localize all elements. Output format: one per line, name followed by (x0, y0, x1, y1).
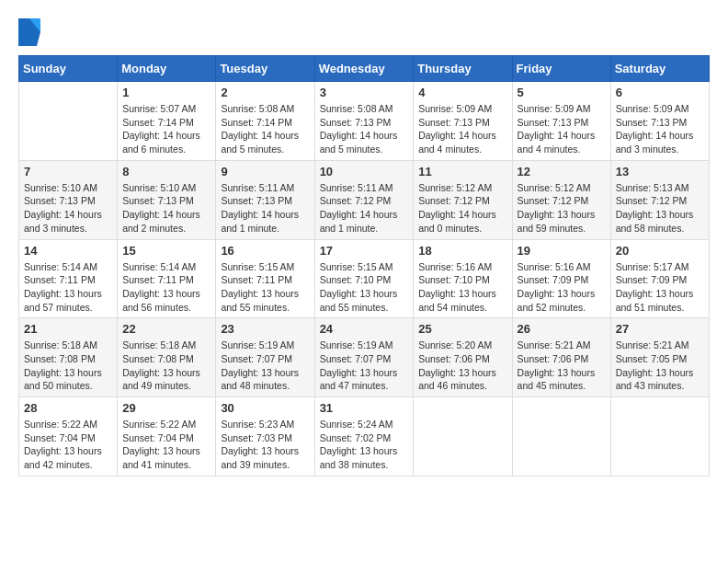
day-info: Sunrise: 5:12 AMSunset: 7:12 PMDaylight:… (418, 181, 506, 236)
day-number: 13 (616, 165, 704, 178)
day-number: 17 (320, 244, 409, 258)
day-info: Sunrise: 5:09 AMSunset: 7:13 PMDaylight:… (518, 102, 606, 156)
calendar-cell: 7Sunrise: 5:10 AMSunset: 7:13 PMDaylight… (19, 160, 118, 239)
weekday-header-tuesday: Tuesday (216, 56, 314, 82)
day-info: Sunrise: 5:13 AMSunset: 7:12 PMDaylight:… (616, 181, 704, 236)
day-number: 2 (221, 86, 309, 99)
weekday-header-wednesday: Wednesday (314, 56, 414, 82)
day-number: 11 (418, 165, 506, 178)
calendar-cell: 21Sunrise: 5:18 AMSunset: 7:08 PMDayligh… (19, 318, 118, 397)
calendar-cell: 19Sunrise: 5:16 AMSunset: 7:09 PMDayligh… (512, 239, 610, 318)
calendar-cell: 18Sunrise: 5:16 AMSunset: 7:10 PMDayligh… (414, 239, 512, 318)
day-info: Sunrise: 5:07 AMSunset: 7:14 PMDaylight:… (122, 102, 210, 156)
calendar-cell: 5Sunrise: 5:09 AMSunset: 7:13 PMDaylight… (512, 82, 610, 161)
logo (18, 18, 44, 46)
day-info: Sunrise: 5:20 AMSunset: 7:06 PMDaylight:… (418, 339, 506, 393)
calendar-cell: 28Sunrise: 5:22 AMSunset: 7:04 PMDayligh… (19, 397, 118, 477)
day-info: Sunrise: 5:14 AMSunset: 7:11 PMDaylight:… (24, 260, 112, 315)
day-info: Sunrise: 5:11 AMSunset: 7:13 PMDaylight:… (221, 181, 309, 236)
logo-icon (18, 18, 40, 46)
day-number: 8 (122, 165, 210, 178)
day-info: Sunrise: 5:22 AMSunset: 7:04 PMDaylight:… (122, 418, 210, 472)
day-info: Sunrise: 5:09 AMSunset: 7:13 PMDaylight:… (616, 102, 704, 156)
day-number: 23 (221, 322, 309, 336)
day-info: Sunrise: 5:09 AMSunset: 7:13 PMDaylight:… (418, 102, 506, 156)
calendar-cell: 23Sunrise: 5:19 AMSunset: 7:07 PMDayligh… (216, 318, 314, 397)
day-number: 15 (122, 244, 210, 258)
calendar-cell: 16Sunrise: 5:15 AMSunset: 7:11 PMDayligh… (216, 239, 314, 318)
day-info: Sunrise: 5:16 AMSunset: 7:10 PMDaylight:… (418, 260, 506, 315)
calendar-cell: 6Sunrise: 5:09 AMSunset: 7:13 PMDaylight… (610, 82, 709, 161)
day-info: Sunrise: 5:21 AMSunset: 7:05 PMDaylight:… (616, 339, 704, 393)
calendar-cell: 12Sunrise: 5:12 AMSunset: 7:12 PMDayligh… (512, 160, 610, 239)
day-number: 30 (221, 401, 309, 415)
day-number: 19 (518, 244, 606, 258)
day-number: 24 (320, 322, 409, 336)
day-number: 26 (518, 322, 606, 336)
day-info: Sunrise: 5:24 AMSunset: 7:02 PMDaylight:… (320, 418, 409, 472)
calendar-cell: 15Sunrise: 5:14 AMSunset: 7:11 PMDayligh… (118, 239, 216, 318)
day-info: Sunrise: 5:15 AMSunset: 7:11 PMDaylight:… (221, 260, 309, 315)
day-number: 4 (418, 86, 506, 99)
calendar-cell: 26Sunrise: 5:21 AMSunset: 7:06 PMDayligh… (512, 318, 610, 397)
day-number: 28 (24, 401, 112, 415)
day-info: Sunrise: 5:12 AMSunset: 7:12 PMDaylight:… (518, 181, 606, 236)
calendar-cell: 14Sunrise: 5:14 AMSunset: 7:11 PMDayligh… (19, 239, 118, 318)
day-number: 25 (418, 322, 506, 336)
weekday-header-friday: Friday (512, 56, 610, 82)
calendar-cell: 22Sunrise: 5:18 AMSunset: 7:08 PMDayligh… (118, 318, 216, 397)
day-info: Sunrise: 5:17 AMSunset: 7:09 PMDaylight:… (616, 260, 704, 315)
calendar-cell (19, 82, 118, 161)
day-number: 3 (320, 86, 409, 99)
day-number: 14 (24, 244, 112, 258)
day-info: Sunrise: 5:08 AMSunset: 7:13 PMDaylight:… (320, 102, 409, 156)
weekday-header-saturday: Saturday (610, 56, 709, 82)
calendar-cell (414, 397, 512, 477)
day-info: Sunrise: 5:22 AMSunset: 7:04 PMDaylight:… (24, 418, 112, 472)
calendar-cell: 31Sunrise: 5:24 AMSunset: 7:02 PMDayligh… (314, 397, 414, 477)
day-info: Sunrise: 5:10 AMSunset: 7:13 PMDaylight:… (122, 181, 210, 236)
day-number: 1 (122, 86, 210, 99)
weekday-header-sunday: Sunday (19, 56, 118, 82)
calendar-cell: 2Sunrise: 5:08 AMSunset: 7:14 PMDaylight… (216, 82, 314, 161)
day-info: Sunrise: 5:18 AMSunset: 7:08 PMDaylight:… (24, 339, 112, 393)
day-number: 7 (24, 165, 112, 178)
weekday-header-monday: Monday (118, 56, 216, 82)
calendar-cell: 17Sunrise: 5:15 AMSunset: 7:10 PMDayligh… (314, 239, 414, 318)
calendar-cell (610, 397, 709, 477)
calendar-cell (512, 397, 610, 477)
calendar-cell: 20Sunrise: 5:17 AMSunset: 7:09 PMDayligh… (610, 239, 709, 318)
day-info: Sunrise: 5:08 AMSunset: 7:14 PMDaylight:… (221, 102, 309, 156)
calendar-cell: 9Sunrise: 5:11 AMSunset: 7:13 PMDaylight… (216, 160, 314, 239)
day-number: 9 (221, 165, 309, 178)
calendar-cell: 27Sunrise: 5:21 AMSunset: 7:05 PMDayligh… (610, 318, 709, 397)
calendar-cell: 29Sunrise: 5:22 AMSunset: 7:04 PMDayligh… (118, 397, 216, 477)
calendar-cell: 8Sunrise: 5:10 AMSunset: 7:13 PMDaylight… (118, 160, 216, 239)
calendar-cell: 10Sunrise: 5:11 AMSunset: 7:12 PMDayligh… (314, 160, 414, 239)
calendar-cell: 30Sunrise: 5:23 AMSunset: 7:03 PMDayligh… (216, 397, 314, 477)
day-number: 6 (616, 86, 704, 99)
day-number: 31 (320, 401, 409, 415)
calendar-cell: 25Sunrise: 5:20 AMSunset: 7:06 PMDayligh… (414, 318, 512, 397)
calendar-table: SundayMondayTuesdayWednesdayThursdayFrid… (18, 55, 710, 477)
calendar-cell: 1Sunrise: 5:07 AMSunset: 7:14 PMDaylight… (118, 82, 216, 161)
weekday-header-thursday: Thursday (414, 56, 512, 82)
day-number: 27 (616, 322, 704, 336)
day-info: Sunrise: 5:19 AMSunset: 7:07 PMDaylight:… (221, 339, 309, 393)
day-number: 16 (221, 244, 309, 258)
day-info: Sunrise: 5:18 AMSunset: 7:08 PMDaylight:… (122, 339, 210, 393)
calendar-cell: 4Sunrise: 5:09 AMSunset: 7:13 PMDaylight… (414, 82, 512, 161)
day-number: 18 (418, 244, 506, 258)
day-number: 20 (616, 244, 704, 258)
day-number: 10 (320, 165, 409, 178)
day-info: Sunrise: 5:16 AMSunset: 7:09 PMDaylight:… (518, 260, 606, 315)
day-number: 5 (518, 86, 606, 99)
day-number: 12 (518, 165, 606, 178)
day-info: Sunrise: 5:14 AMSunset: 7:11 PMDaylight:… (122, 260, 210, 315)
day-info: Sunrise: 5:21 AMSunset: 7:06 PMDaylight:… (518, 339, 606, 393)
day-info: Sunrise: 5:23 AMSunset: 7:03 PMDaylight:… (221, 418, 309, 472)
day-info: Sunrise: 5:15 AMSunset: 7:10 PMDaylight:… (320, 260, 409, 315)
calendar-cell: 11Sunrise: 5:12 AMSunset: 7:12 PMDayligh… (414, 160, 512, 239)
day-info: Sunrise: 5:11 AMSunset: 7:12 PMDaylight:… (320, 181, 409, 236)
calendar-cell: 13Sunrise: 5:13 AMSunset: 7:12 PMDayligh… (610, 160, 709, 239)
